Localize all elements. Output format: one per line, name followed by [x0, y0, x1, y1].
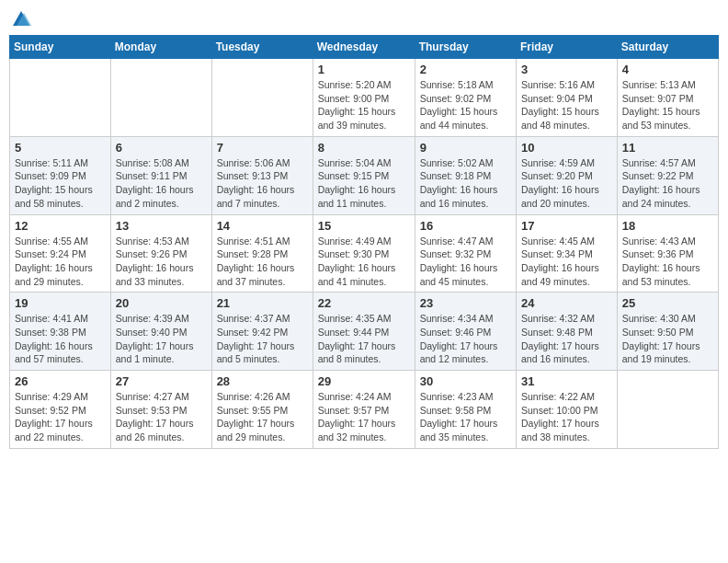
calendar-cell: [110, 59, 211, 137]
calendar-cell: 9Sunrise: 5:02 AMSunset: 9:18 PMDaylight…: [415, 136, 516, 214]
calendar-cell: 23Sunrise: 4:34 AMSunset: 9:46 PMDayligh…: [415, 293, 516, 371]
day-info: Sunrise: 4:23 AMSunset: 9:58 PMDaylight:…: [420, 390, 511, 444]
calendar-cell: 11Sunrise: 4:57 AMSunset: 9:22 PMDayligh…: [617, 136, 718, 214]
calendar-cell: [10, 59, 111, 137]
calendar-cell: 4Sunrise: 5:13 AMSunset: 9:07 PMDaylight…: [617, 59, 718, 137]
weekday-header-tuesday: Tuesday: [211, 36, 313, 59]
day-info: Sunrise: 4:26 AMSunset: 9:55 PMDaylight:…: [217, 390, 308, 444]
day-number: 15: [318, 219, 410, 233]
calendar-cell: 18Sunrise: 4:43 AMSunset: 9:36 PMDayligh…: [617, 214, 718, 293]
calendar-cell: 16Sunrise: 4:47 AMSunset: 9:32 PMDayligh…: [415, 214, 516, 293]
calendar-cell: 31Sunrise: 4:22 AMSunset: 10:00 PMDaylig…: [517, 371, 618, 449]
day-info: Sunrise: 4:30 AMSunset: 9:50 PMDaylight:…: [622, 312, 713, 366]
calendar-cell: [211, 59, 313, 137]
day-number: 17: [521, 219, 612, 233]
day-number: 28: [217, 374, 308, 388]
day-number: 1: [318, 63, 410, 76]
calendar-week-row: 26Sunrise: 4:29 AMSunset: 9:52 PMDayligh…: [10, 371, 719, 449]
day-number: 19: [15, 296, 106, 310]
day-info: Sunrise: 4:45 AMSunset: 9:34 PMDaylight:…: [521, 235, 612, 289]
calendar-week-row: 12Sunrise: 4:55 AMSunset: 9:24 PMDayligh…: [10, 214, 719, 293]
calendar-week-row: 19Sunrise: 4:41 AMSunset: 9:38 PMDayligh…: [10, 293, 719, 371]
day-number: 16: [420, 219, 511, 233]
day-info: Sunrise: 4:47 AMSunset: 9:32 PMDaylight:…: [420, 235, 511, 289]
day-info: Sunrise: 5:02 AMSunset: 9:18 PMDaylight:…: [420, 156, 511, 211]
calendar-cell: 1Sunrise: 5:20 AMSunset: 9:00 PMDaylight…: [313, 59, 415, 137]
calendar-cell: 14Sunrise: 4:51 AMSunset: 9:28 PMDayligh…: [211, 214, 313, 293]
day-info: Sunrise: 5:04 AMSunset: 9:15 PMDaylight:…: [318, 156, 410, 211]
day-number: 31: [521, 374, 612, 388]
day-number: 21: [217, 296, 308, 310]
calendar-cell: 12Sunrise: 4:55 AMSunset: 9:24 PMDayligh…: [10, 214, 111, 293]
day-info: Sunrise: 4:59 AMSunset: 9:20 PMDaylight:…: [521, 156, 612, 211]
day-info: Sunrise: 4:51 AMSunset: 9:28 PMDaylight:…: [217, 235, 308, 289]
day-number: 23: [420, 296, 511, 310]
calendar-cell: 13Sunrise: 4:53 AMSunset: 9:26 PMDayligh…: [110, 214, 211, 293]
day-number: 12: [15, 219, 106, 233]
day-number: 27: [116, 374, 207, 388]
day-number: 7: [217, 141, 308, 155]
day-number: 11: [622, 141, 713, 155]
day-number: 3: [521, 63, 612, 76]
calendar-cell: 22Sunrise: 4:35 AMSunset: 9:44 PMDayligh…: [313, 293, 415, 371]
day-number: 13: [116, 219, 207, 233]
day-info: Sunrise: 4:39 AMSunset: 9:40 PMDaylight:…: [116, 312, 207, 366]
day-info: Sunrise: 4:43 AMSunset: 9:36 PMDaylight:…: [622, 235, 713, 289]
day-info: Sunrise: 4:34 AMSunset: 9:46 PMDaylight:…: [420, 312, 511, 366]
day-info: Sunrise: 4:53 AMSunset: 9:26 PMDaylight:…: [116, 235, 207, 289]
day-info: Sunrise: 4:41 AMSunset: 9:38 PMDaylight:…: [15, 312, 106, 366]
calendar-cell: 28Sunrise: 4:26 AMSunset: 9:55 PMDayligh…: [211, 371, 313, 449]
calendar-cell: 26Sunrise: 4:29 AMSunset: 9:52 PMDayligh…: [10, 371, 111, 449]
calendar-table: SundayMondayTuesdayWednesdayThursdayFrid…: [9, 35, 719, 449]
day-number: 30: [420, 374, 511, 388]
calendar-cell: 27Sunrise: 4:27 AMSunset: 9:53 PMDayligh…: [110, 371, 211, 449]
day-number: 18: [622, 219, 713, 233]
calendar-cell: 21Sunrise: 4:37 AMSunset: 9:42 PMDayligh…: [211, 293, 313, 371]
weekday-header-saturday: Saturday: [617, 36, 718, 59]
calendar-cell: 5Sunrise: 5:11 AMSunset: 9:09 PMDaylight…: [10, 136, 111, 214]
calendar-cell: 17Sunrise: 4:45 AMSunset: 9:34 PMDayligh…: [517, 214, 618, 293]
calendar-cell: 6Sunrise: 5:08 AMSunset: 9:11 PMDaylight…: [110, 136, 211, 214]
day-number: 2: [420, 63, 511, 76]
calendar-cell: 25Sunrise: 4:30 AMSunset: 9:50 PMDayligh…: [617, 293, 718, 371]
calendar-cell: 30Sunrise: 4:23 AMSunset: 9:58 PMDayligh…: [415, 371, 516, 449]
day-info: Sunrise: 5:08 AMSunset: 9:11 PMDaylight:…: [116, 156, 207, 211]
calendar-cell: 20Sunrise: 4:39 AMSunset: 9:40 PMDayligh…: [110, 293, 211, 371]
calendar-week-row: 1Sunrise: 5:20 AMSunset: 9:00 PMDaylight…: [10, 59, 719, 137]
calendar-cell: [617, 371, 718, 449]
day-info: Sunrise: 5:06 AMSunset: 9:13 PMDaylight:…: [217, 156, 308, 211]
weekday-header-wednesday: Wednesday: [313, 36, 415, 59]
calendar-cell: 2Sunrise: 5:18 AMSunset: 9:02 PMDaylight…: [415, 59, 516, 137]
day-number: 24: [521, 296, 612, 310]
day-number: 25: [622, 296, 713, 310]
weekday-header-monday: Monday: [110, 36, 211, 59]
calendar-cell: 7Sunrise: 5:06 AMSunset: 9:13 PMDaylight…: [211, 136, 313, 214]
weekday-header-friday: Friday: [517, 36, 618, 59]
logo-icon: [11, 9, 31, 29]
day-info: Sunrise: 4:49 AMSunset: 9:30 PMDaylight:…: [318, 235, 410, 289]
calendar-cell: 15Sunrise: 4:49 AMSunset: 9:30 PMDayligh…: [313, 214, 415, 293]
day-info: Sunrise: 4:22 AMSunset: 10:00 PMDaylight…: [521, 390, 612, 444]
logo: [9, 9, 33, 29]
day-number: 20: [116, 296, 207, 310]
calendar-cell: 3Sunrise: 5:16 AMSunset: 9:04 PMDaylight…: [517, 59, 618, 137]
day-number: 5: [15, 141, 106, 155]
day-info: Sunrise: 4:24 AMSunset: 9:57 PMDaylight:…: [318, 390, 410, 444]
day-info: Sunrise: 4:35 AMSunset: 9:44 PMDaylight:…: [318, 312, 410, 366]
day-info: Sunrise: 5:20 AMSunset: 9:00 PMDaylight:…: [318, 78, 410, 132]
calendar-cell: 19Sunrise: 4:41 AMSunset: 9:38 PMDayligh…: [10, 293, 111, 371]
day-info: Sunrise: 4:27 AMSunset: 9:53 PMDaylight:…: [116, 390, 207, 444]
calendar-cell: 24Sunrise: 4:32 AMSunset: 9:48 PMDayligh…: [517, 293, 618, 371]
day-info: Sunrise: 4:37 AMSunset: 9:42 PMDaylight:…: [217, 312, 308, 366]
weekday-header-row: SundayMondayTuesdayWednesdayThursdayFrid…: [10, 36, 719, 59]
day-info: Sunrise: 5:18 AMSunset: 9:02 PMDaylight:…: [420, 78, 511, 132]
day-number: 6: [116, 141, 207, 155]
calendar-cell: 10Sunrise: 4:59 AMSunset: 9:20 PMDayligh…: [517, 136, 618, 214]
day-number: 9: [420, 141, 511, 155]
calendar-cell: 29Sunrise: 4:24 AMSunset: 9:57 PMDayligh…: [313, 371, 415, 449]
day-number: 22: [318, 296, 410, 310]
day-number: 14: [217, 219, 308, 233]
day-info: Sunrise: 5:13 AMSunset: 9:07 PMDaylight:…: [622, 78, 713, 132]
day-info: Sunrise: 4:55 AMSunset: 9:24 PMDaylight:…: [15, 235, 106, 289]
page-header: [9, 9, 719, 29]
